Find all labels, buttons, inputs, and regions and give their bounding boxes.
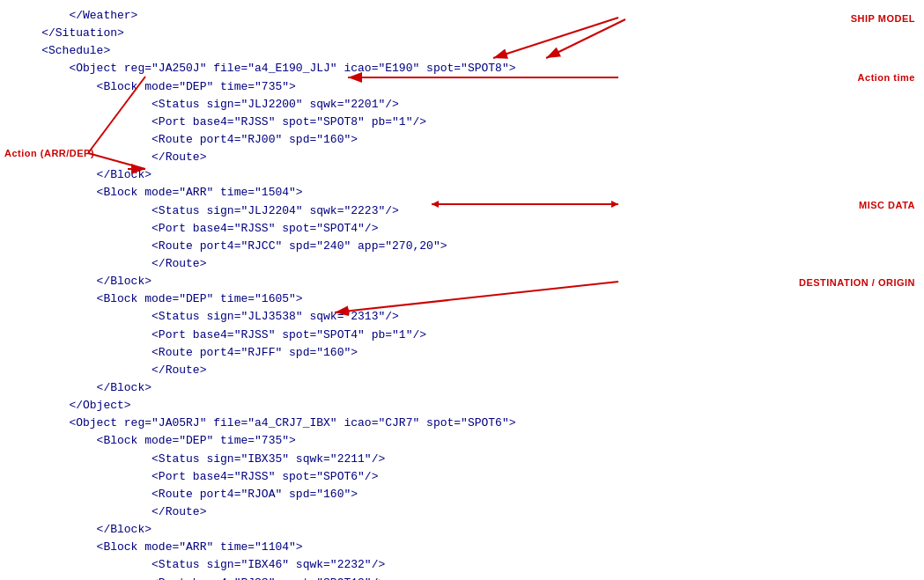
xml-line-18: <Status sign="JLJ3538" sqwk="2313"/> xyxy=(14,308,910,326)
xml-line-16: </Block> xyxy=(14,273,910,290)
xml-line-1: </Weather> xyxy=(14,7,910,25)
action-arr-dep-label: Action (ARR/DEP) xyxy=(4,146,94,161)
xml-line-23: </Object> xyxy=(14,397,910,415)
xml-line-8: <Route port4="RJ00" spd="160"> xyxy=(14,131,910,149)
xml-code: </Weather> </Situation> <Schedule> <Obje… xyxy=(14,7,910,580)
xml-line-29: </Route> xyxy=(14,503,910,521)
xml-line-13: <Port base4="RJSS" spot="SPOT4"/> xyxy=(14,220,910,238)
xml-line-32: <Status sign="IBX46" sqwk="2232"/> xyxy=(14,556,910,574)
xml-line-20: <Route port4="RJFF" spd="160"> xyxy=(14,344,910,362)
xml-line-28: <Route port4="RJOA" spd="160"> xyxy=(14,486,910,503)
xml-line-6: <Status sign="JLJ2200" sqwk="2201"/> xyxy=(14,96,910,114)
main-content: </Weather> </Situation> <Schedule> <Obje… xyxy=(0,0,924,580)
xml-line-12: <Status sign="JLJ2204" sqwk="2223"/> xyxy=(14,202,910,220)
xml-line-5: <Block mode="DEP" time="735"> xyxy=(14,78,910,96)
xml-line-15: </Route> xyxy=(14,255,910,273)
destination-origin-label: DESTINATION / ORIGIN xyxy=(799,275,915,290)
xml-line-19: <Port base4="RJSS" spot="SPOT4" pb="1"/> xyxy=(14,327,910,344)
xml-line-9: </Route> xyxy=(14,149,910,166)
xml-line-27: <Port base4="RJSS" spot="SPOT6"/> xyxy=(14,468,910,486)
xml-line-14: <Route port4="RJCC" spd="240" app="270,2… xyxy=(14,238,910,255)
xml-line-22: </Block> xyxy=(14,379,910,397)
ship-model-label: SHIP MODEL xyxy=(851,11,915,26)
xml-line-26: <Status sign="IBX35" sqwk="2211"/> xyxy=(14,451,910,468)
xml-line-4: <Object reg="JA250J" file="a4_E190_JLJ" … xyxy=(14,60,910,77)
xml-line-24: <Object reg="JA05RJ" file="a4_CRJ7_IBX" … xyxy=(14,415,910,432)
xml-line-33: <Port base4="RJSS" spot="SPOT13"/> xyxy=(14,575,910,581)
xml-line-21: </Route> xyxy=(14,362,910,379)
action-time-label: Action time xyxy=(858,70,915,85)
xml-line-30: </Block> xyxy=(14,521,910,539)
xml-line-31: <Block mode="ARR" time="1104"> xyxy=(14,539,910,556)
xml-line-2: </Situation> xyxy=(14,25,910,42)
xml-line-17: <Block mode="DEP" time="1605"> xyxy=(14,290,910,308)
xml-line-7: <Port base4="RJSS" spot="SPOT8" pb="1"/> xyxy=(14,114,910,131)
xml-line-10: </Block> xyxy=(14,166,910,184)
xml-line-25: <Block mode="DEP" time="735"> xyxy=(14,432,910,450)
misc-data-label: MISC DATA xyxy=(859,198,915,213)
xml-line-11: <Block mode="ARR" time="1504"> xyxy=(14,184,910,202)
xml-line-3: <Schedule> xyxy=(14,42,910,60)
